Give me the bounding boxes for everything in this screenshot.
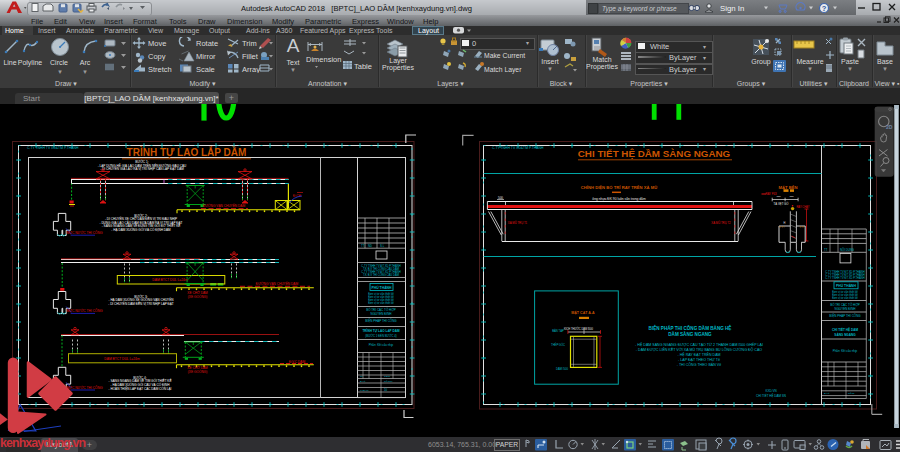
svg-text:Đơn vị tư vấn thiết kế: Đơn vị tư vấn thiết kế — [368, 301, 394, 305]
svg-text:MỰC NƯỚC THI CÔNG: MỰC NƯỚC THI CÔNG — [66, 230, 103, 235]
svg-text:Đơn vị tư vấn thiết kế: Đơn vị tư vấn thiết kế — [832, 296, 858, 300]
svg-text:SÀNG NGANG: SÀNG NGANG — [834, 332, 856, 337]
svg-text:KXD.VN: KXD.VN — [765, 389, 776, 393]
svg-text:- THI CÔNG THEO BẢN Vẽ: - THI CÔNG THEO BẢN Vẽ — [677, 362, 721, 367]
svg-text:PHÚ THÀNH: PHÚ THÀNH — [372, 285, 393, 290]
svg-text:DẦM I500: DẦM I500 — [556, 367, 568, 371]
svg-text:RAY CHẠY: RAY CHẠY — [797, 205, 810, 209]
svg-text:ĐƯỜNG VẬN CHUYỂN DẦM: ĐƯỜNG VẬN CHUYỂN DẦM — [203, 203, 246, 208]
svg-text:500: 500 — [498, 196, 503, 200]
svg-text:350: 350 — [777, 195, 782, 198]
svg-text:NGUYỄN ĐÌNH: NGUYỄN ĐÌNH — [834, 306, 855, 311]
svg-text:MỰC NƯỚC THI CÔNG: MỰC NƯỚC THI CÔNG — [66, 385, 103, 390]
svg-text:DẦM BTCT DUL L=24m: DẦM BTCT DUL L=24m — [104, 357, 140, 361]
svg-text:- HỆ RAY ĐẶT TRÊN DẦM: - HỆ RAY ĐẶT TRÊN DẦM — [677, 352, 720, 357]
svg-text:C.TY TNHH TV XD&TM P.THANH: C.TY TNHH TV XD&TM P.THANH — [27, 146, 79, 150]
svg-text:Stretch: Stretch — [148, 65, 172, 74]
svg-text:Rotate: Rotate — [196, 39, 218, 48]
svg-text:(BƯỚC 1 ĐẾN BƯỚC 4): (BƯỚC 1 ĐẾN BƯỚC 4) — [365, 333, 396, 338]
svg-text:Số hiệu: Số hiệu — [384, 380, 393, 383]
svg-text:- LẮP ĐẶT THEO THỰ Tế: - LẮP ĐẶT THEO THỰ Tế — [678, 357, 720, 362]
svg-text:TT: TT — [361, 244, 365, 248]
svg-text:CHÍNH DIỆN BỐ TRÍ RAY TRÊN XÀ: CHÍNH DIỆN BỐ TRÍ RAY TRÊN XÀ MŨ — [581, 185, 658, 190]
svg-text:ND: ND — [368, 244, 372, 248]
svg-text:10: 10 — [384, 388, 388, 392]
svg-text:- HẠ DẦM XUỐNG GỐI VÀ CỐ ĐỊNH: - HẠ DẦM XUỐNG GỐI VÀ CỐ ĐỊNH DẦM — [111, 227, 171, 232]
svg-text:CHI TIẾT HỆ DẦM SÀNG NGANG: CHI TIẾT HỆ DẦM SÀNG NGANG — [578, 148, 731, 159]
svg-text:BIỆN PHÁP THI CÔNG DẦM BẰNG HỆ: BIỆN PHÁP THI CÔNG DẦM BẰNG HỆ — [649, 324, 732, 331]
svg-text:MẶT CẮT A-A: MẶT CẮT A-A — [571, 310, 595, 315]
svg-text:Table: Table — [354, 62, 372, 71]
svg-text:C.TY TNHH TV ĐT XD P.THANH: C.TY TNHH TV ĐT XD P.THANH — [825, 276, 864, 280]
svg-text:CHI TIẾT HỆ DẦM SN: CHI TIẾT HỆ DẦM SN — [756, 393, 786, 398]
svg-text:Trim: Trim — [242, 39, 257, 48]
svg-text:Phần: Kết cấu nhịp: Phần: Kết cấu nhịp — [369, 343, 394, 347]
svg-text:RAY P43: RAY P43 — [765, 192, 777, 196]
svg-text:MẶT BÊN: MẶT BÊN — [778, 185, 797, 190]
svg-text:350: 350 — [790, 195, 795, 198]
svg-text:- HOÀN THIỆN LẮP ĐẶT CÁC DẦM C: - HOÀN THIỆN LẮP ĐẶT CÁC DẦM CÒN LẠI — [109, 386, 172, 391]
svg-text:Move: Move — [148, 39, 166, 48]
svg-text:Sign In: Sign In — [720, 4, 744, 13]
svg-text:BIỆN PHÁP THI CÔNG: BIỆN PHÁP THI CÔNG — [365, 318, 397, 323]
svg-text:Mirror: Mirror — [196, 52, 216, 61]
svg-text:1/200: 1/200 — [384, 375, 391, 378]
svg-text:DẦM SÀNG NGANG: DẦM SÀNG NGANG — [668, 331, 712, 337]
svg-text:- HỆ DẦM SÀNG NGANG ĐƯỢC CẤU T: - HỆ DẦM SÀNG NGANG ĐƯỢC CẤU TẠO TỪ 2 TH… — [635, 342, 763, 347]
svg-text:TRÌNH TỰ LAO LẮP DẦM: TRÌNH TỰ LAO LẮP DẦM — [362, 328, 399, 333]
svg-text:KÍCH THƯỚC DẦM I500: KÍCH THƯỚC DẦM I500 — [564, 326, 593, 331]
svg-text:XÀ MŨ TRỤ T1: XÀ MŨ TRỤ T1 — [508, 220, 528, 225]
svg-text:- DẦM ĐƯỢC LIÊN KẾT VỚI XÀ MŨ: - DẦM ĐƯỢC LIÊN KẾT VỚI XÀ MŨ TRỤ BẰNG B… — [636, 347, 762, 352]
svg-text:NGUYỄN ĐÌNH: NGUYỄN ĐÌNH — [370, 311, 391, 316]
svg-text:PHÚ THÀNH: PHÚ THÀNH — [836, 283, 857, 288]
svg-text:S.L: S.L — [380, 244, 385, 248]
svg-text:ống nhựa ĐK 90 luôn sẵn trong: ống nhựa ĐK 90 luôn sẵn trong dầm — [592, 196, 646, 201]
svg-text:BIỆN PHÁP THI CÔNG: BIỆN PHÁP THI CÔNG — [829, 313, 861, 318]
svg-text:H: H — [784, 221, 786, 225]
svg-text:DẦM BTCT DUL L=24m: DẦM BTCT DUL L=24m — [152, 278, 188, 282]
svg-text:(XE GOÒNG): (XE GOÒNG) — [188, 369, 207, 374]
svg-text:KXD.vn: KXD.vn — [360, 389, 369, 392]
svg-text:Phần: Kết cấu nhịp: Phần: Kết cấu nhịp — [833, 349, 858, 353]
svg-text:TRÌNH TỰ LAO LẮP DẦM: TRÌNH TỰ LAO LẮP DẦM — [127, 146, 247, 159]
svg-text:THÉP GÓC: THÉP GÓC — [551, 342, 565, 347]
svg-text:TÀ VẸT GỖ: TÀ VẸT GỖ — [774, 201, 790, 206]
svg-text:Đ.V.C DẦM: Đ.V.C DẦM — [289, 360, 306, 364]
svg-text:Dimension: Dimension — [306, 55, 341, 64]
svg-text:C.TY TNHH TV XD&TM P.THANH: C.TY TNHH TV XD&TM P.THANH — [492, 146, 544, 150]
svg-text:XÀ MŨ TRỤ T2: XÀ MŨ TRỤ T2 — [711, 220, 731, 225]
svg-text:- DI CHUYỂN DẦM ĐẾN VỊ TRÍ NHỊ: - DI CHUYỂN DẦM ĐẾN VỊ TRÍ NHỊP LẮP ĐẶT — [108, 301, 174, 306]
svg-text:NỘI DUNG: NỘI DUNG — [840, 247, 854, 252]
svg-text:TT: TT — [824, 248, 828, 252]
svg-text:- DI CHUYỂN GIÁ LAO RA VỊ TRÍ: - DI CHUYỂN GIÁ LAO RA VỊ TRÍ NHỊP CẦN L… — [100, 166, 184, 171]
svg-text:CHI TIẾT HỆ DẦM: CHI TIẾT HỆ DẦM — [832, 327, 858, 332]
svg-text:(XE GOÒNG): (XE GOÒNG) — [188, 294, 207, 299]
svg-text:MỰC NƯỚC THI CÔNG: MỰC NƯỚC THI CÔNG — [66, 308, 103, 313]
svg-text:ĐƯỜNG VẬN CHUYỂN DẦM: ĐƯỜNG VẬN CHUYỂN DẦM — [256, 281, 299, 286]
svg-text:?: ? — [822, 4, 827, 13]
svg-text:Scale: Scale — [196, 65, 215, 74]
svg-text:2D: 2D — [886, 124, 893, 130]
svg-text:Fillet: Fillet — [242, 52, 259, 61]
svg-text:B.Vẽ: B.Vẽ — [360, 380, 366, 383]
svg-text:B.Vẽ: B.Vẽ — [824, 392, 830, 395]
svg-text:BẢN TÁP: BẢN TÁP — [552, 328, 564, 333]
svg-text:Số:11: Số:11 — [848, 392, 855, 395]
svg-text:Copy: Copy — [148, 52, 166, 61]
